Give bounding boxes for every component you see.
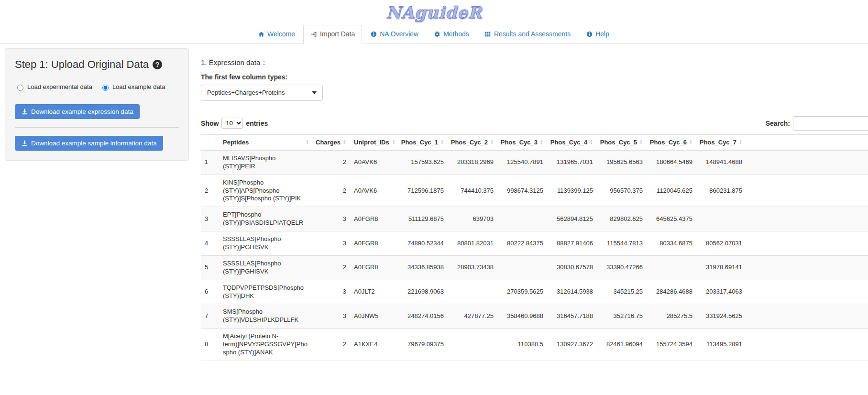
gears-icon [434, 31, 440, 38]
table-cell: 80334.6875 [647, 231, 696, 256]
table-cell: A0JNW5 [350, 304, 398, 329]
table-row[interactable]: 3EPT[Phospho (STY)]PSIASDISLPIATQELR3A0F… [201, 207, 868, 231]
expression-table: Peptides Charges Uniprot_IDs Phos_Cyc_1 … [201, 134, 868, 361]
table-cell: KINS[Phospho (STY)]APS[Phospho (STY)]S[P… [219, 175, 313, 207]
table-cell: M[Acetyl (Protein N-term)]NPVYSPGSSGVPY[… [219, 329, 313, 361]
table-cell: A0AVK6 [350, 150, 398, 175]
table-cell: 331924.5625 [696, 304, 746, 329]
table-cell: 113495.2891 [696, 329, 746, 361]
column-header-phos-cyc-1[interactable]: Phos_Cyc_1 [398, 134, 448, 150]
table-cell: 4 [201, 231, 219, 256]
table-cell: 2 [313, 150, 350, 175]
table-cell [746, 255, 868, 280]
sort-icon [306, 139, 309, 145]
index-column-header [201, 134, 219, 150]
table-row[interactable]: 4SSSSLLAS[Phospho (STY)]PGHISVK3A0FGR874… [201, 231, 868, 256]
table-cell [746, 304, 868, 329]
table-cell: 1120045.625 [647, 175, 696, 207]
table-cell: 511129.6875 [398, 207, 448, 231]
table-header-filler [746, 134, 868, 150]
table-cell: 998674.3125 [497, 175, 547, 207]
tab-methods[interactable]: Methods [427, 25, 476, 44]
table-cell: 285275.5 [647, 304, 696, 329]
tab-na-overview[interactable]: NA Overview [363, 25, 426, 44]
table-cell: 712596.1875 [398, 175, 448, 207]
search-control: Search: [766, 116, 868, 131]
radio-load-example[interactable]: Load example data [100, 83, 165, 91]
table-cell: SSSSLLAS[Phospho (STY)]PGHISVK [219, 255, 313, 280]
question-icon[interactable]: ? [153, 60, 162, 69]
table-cell [497, 255, 547, 280]
home-icon [258, 31, 264, 38]
table-cell: 6 [201, 280, 219, 304]
column-header-charges[interactable]: Charges [313, 134, 350, 150]
table-cell: 8 [201, 329, 219, 361]
column-header-uniprot-ids[interactable]: Uniprot_IDs [350, 134, 398, 150]
download-sample-info-label: Download example sample information data [31, 140, 157, 147]
sort-icon [639, 139, 643, 145]
tab-results-assessments[interactable]: Results and Assessments [477, 25, 578, 44]
column-header-peptides[interactable]: Peptides [219, 134, 313, 150]
sort-icon [392, 139, 396, 145]
search-input[interactable] [793, 116, 868, 131]
column-header-phos-cyc-7[interactable]: Phos_Cyc_7 [696, 134, 746, 150]
table-cell [696, 207, 746, 231]
table-cell: 3 [201, 207, 219, 231]
column-header-phos-cyc-4[interactable]: Phos_Cyc_4 [547, 134, 597, 150]
expression-table-body: 1MLISAVS[Phospho (STY)]PEIR2A0AVK6157593… [201, 150, 868, 361]
table-cell: 125540.7891 [497, 150, 547, 175]
table-cell: EPT[Phospho (STY)]PSIASDISLPIATQELR [219, 207, 313, 231]
table-cell: 148941.4688 [696, 150, 746, 175]
table-cell [746, 175, 868, 207]
table-cell: 88827.91406 [547, 231, 597, 256]
download-sample-info-button[interactable]: Download example sample information data [15, 136, 163, 151]
table-cell: 221698.9063 [398, 280, 448, 304]
radio-load-experimental[interactable]: Load experimental data [15, 83, 92, 91]
column-header-phos-cyc-3[interactable]: Phos_Cyc_3 [497, 134, 547, 150]
app-header: NAguideR [0, 0, 868, 23]
table-cell: 1139399.125 [547, 175, 597, 207]
table-row[interactable]: 8M[Acetyl (Protein N-term)]NPVYSPGSSGVPY… [201, 329, 868, 361]
table-cell: 829802.625 [597, 207, 647, 231]
tab-import-data[interactable]: Import Data [303, 25, 362, 44]
column-header-phos-cyc-6[interactable]: Phos_Cyc_6 [647, 134, 696, 150]
table-row[interactable]: 1MLISAVS[Phospho (STY)]PEIR2A0AVK6157593… [201, 150, 868, 175]
column-types-dropdown[interactable]: Peptides+Charges+Proteins [201, 85, 323, 101]
column-header-phos-cyc-5[interactable]: Phos_Cyc_5 [597, 134, 647, 150]
column-header-phos-cyc-2[interactable]: Phos_Cyc_2 [448, 134, 497, 150]
table-cell [448, 329, 497, 361]
table-cell: 744410.375 [448, 175, 497, 207]
table-row[interactable]: 6TQDPVPPETPSDS[Phospho (STY)]DHK3A0JLT22… [201, 280, 868, 304]
table-cell: 3 [313, 304, 350, 329]
upload-panel: Step 1: Upload Original Data ? Load expe… [5, 48, 189, 161]
table-cell: 1 [201, 150, 219, 175]
tab-help[interactable]: Help [579, 25, 616, 44]
radio-example-input[interactable] [102, 85, 109, 91]
table-cell: 345215.25 [597, 280, 647, 304]
table-cell: 270359.5625 [497, 280, 547, 304]
table-cell: 3 [313, 231, 350, 256]
download-expression-label: Download example expression data [31, 108, 133, 115]
chevron-down-icon [312, 91, 317, 94]
table-cell: 248274.0156 [398, 304, 448, 329]
table-row[interactable]: 7SMS[Phospho (STY)]VDLSHIPLKDPLLFK3A0JNW… [201, 304, 868, 329]
column-types-label: The first few column types: [201, 73, 868, 81]
table-cell: 639703 [448, 207, 497, 231]
table-cell [746, 329, 868, 361]
download-icon [21, 140, 28, 146]
table-cell [746, 150, 868, 175]
table-cell: 312614.5938 [547, 280, 597, 304]
page-length-select[interactable]: 10 [221, 118, 243, 129]
download-expression-button[interactable]: Download example expression data [15, 104, 140, 119]
radio-experimental-input[interactable] [17, 85, 23, 91]
sort-icon [490, 139, 494, 145]
table-cell: 316457.7188 [547, 304, 597, 329]
panel-divider [15, 127, 179, 128]
table-cell: 74890.52344 [398, 231, 448, 256]
table-row[interactable]: 5SSSSLLAS[Phospho (STY)]PGHISVK2A0FGR834… [201, 255, 868, 280]
table-row[interactable]: 2KINS[Phospho (STY)]APS[Phospho (STY)]S[… [201, 175, 868, 207]
radio-example-label: Load example data [112, 83, 165, 90]
page-length-control: Show 10 entries [201, 118, 268, 129]
help-icon [586, 31, 593, 38]
tab-welcome[interactable]: Welcome [251, 25, 302, 44]
